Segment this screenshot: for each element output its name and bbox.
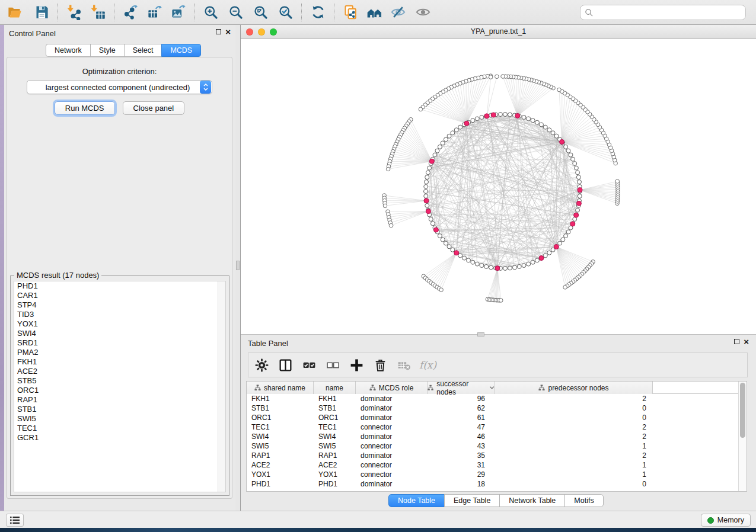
export-network-button[interactable] bbox=[120, 2, 141, 23]
table-row[interactable]: SWI4 SWI4 dominator 46 2 bbox=[247, 432, 738, 441]
mcds-result-item[interactable]: PHD1 bbox=[14, 281, 225, 291]
splitter-handle[interactable] bbox=[236, 261, 240, 270]
table-row[interactable]: STB1 STB1 dominator 62 0 bbox=[247, 403, 738, 413]
table-body: FKH1 FKH1 dominator 96 2 STB1 STB1 domin… bbox=[247, 394, 738, 491]
table-row[interactable]: RAP1 RAP1 dominator 35 2 bbox=[247, 451, 738, 460]
network-view-window[interactable]: YPA_prune.txt_1 bbox=[241, 25, 756, 334]
close-panel-button[interactable]: Close panel bbox=[123, 101, 185, 115]
fit-content-button[interactable] bbox=[250, 2, 271, 23]
cell-name: RAP1 bbox=[314, 451, 356, 460]
show-column-button[interactable] bbox=[278, 358, 293, 373]
float-panel-icon[interactable] bbox=[216, 29, 221, 34]
cell-shared-name: ORC1 bbox=[247, 413, 314, 422]
run-mcds-button[interactable]: Run MCDS bbox=[55, 101, 115, 115]
criterion-dropdown[interactable]: largest connected component (undirected) bbox=[27, 80, 212, 94]
mcds-result-item[interactable]: YOX1 bbox=[14, 319, 225, 329]
close-panel-icon[interactable]: × bbox=[225, 29, 231, 34]
mcds-result-item[interactable]: TEC1 bbox=[14, 424, 225, 433]
close-table-panel-icon[interactable]: × bbox=[744, 339, 749, 344]
mcds-result-item[interactable]: ORC1 bbox=[14, 386, 225, 395]
zoom-selected-button[interactable] bbox=[275, 2, 296, 23]
cell-mcds-role: connector bbox=[356, 460, 428, 470]
mcds-result-item[interactable]: CAR1 bbox=[14, 291, 225, 300]
mcds-result-item[interactable]: ACE2 bbox=[14, 367, 225, 376]
zoom-in-icon bbox=[203, 4, 219, 20]
tab-mcds[interactable]: MCDS bbox=[161, 44, 201, 57]
mcds-result-item[interactable]: FKH1 bbox=[14, 357, 225, 367]
add-row-button[interactable] bbox=[349, 358, 364, 373]
delete-table-button[interactable] bbox=[397, 358, 412, 373]
cell-successor-nodes: 43 bbox=[428, 441, 495, 451]
search-field[interactable] bbox=[580, 5, 746, 20]
table-row[interactable]: TEC1 TEC1 connector 47 2 bbox=[247, 422, 738, 432]
mcds-result-item[interactable]: GCR1 bbox=[14, 433, 225, 443]
import-network-button[interactable] bbox=[63, 2, 85, 23]
table-row[interactable]: ACE2 ACE2 connector 31 1 bbox=[247, 460, 738, 470]
tab-motifs[interactable]: Motifs bbox=[564, 494, 603, 507]
export-table-button[interactable] bbox=[143, 2, 165, 23]
main-toolbar bbox=[0, 0, 756, 25]
cell-shared-name: TEC1 bbox=[247, 422, 314, 432]
tab-network-table[interactable]: Network Table bbox=[499, 494, 565, 507]
table-scrollbar-thumb[interactable] bbox=[740, 383, 745, 438]
task-history-button[interactable] bbox=[6, 514, 24, 527]
cell-predecessor-nodes: 0 bbox=[495, 479, 653, 489]
mcds-result-item[interactable]: STB1 bbox=[14, 405, 225, 414]
list-scrollbar[interactable] bbox=[218, 281, 225, 492]
mcds-result-item[interactable]: TID3 bbox=[14, 310, 225, 319]
mcds-result-item[interactable]: SWI4 bbox=[14, 329, 225, 338]
tab-edge-table[interactable]: Edge Table bbox=[444, 494, 500, 507]
export-network-icon bbox=[123, 4, 139, 20]
table-options-button[interactable] bbox=[254, 358, 269, 373]
zoom-in-button[interactable] bbox=[200, 2, 221, 23]
mcds-result-item[interactable]: RAP1 bbox=[14, 395, 225, 405]
deselect-all-icon bbox=[326, 358, 340, 373]
table-row[interactable]: SWI5 SWI5 connector 43 1 bbox=[247, 441, 738, 451]
tab-node-table[interactable]: Node Table bbox=[388, 494, 445, 507]
tab-network[interactable]: Network bbox=[46, 44, 91, 57]
function-builder-button[interactable]: f(x) bbox=[420, 358, 435, 373]
vertical-splitter[interactable] bbox=[235, 25, 241, 511]
deselect-all-button[interactable] bbox=[326, 358, 340, 373]
table-scrollbar[interactable] bbox=[738, 382, 747, 491]
select-all-button[interactable] bbox=[302, 358, 317, 373]
first-neighbors-button[interactable] bbox=[363, 2, 385, 23]
table-row[interactable]: PHD1 PHD1 dominator 18 0 bbox=[247, 479, 738, 489]
mcds-result-items: PHD1 CAR1 STP4 TID3 YOX1 SWI4 SRD1 PMA2 bbox=[14, 281, 225, 443]
gear-icon bbox=[254, 358, 269, 373]
column-header-predecessor-nodes[interactable]: predecessor nodes bbox=[495, 382, 653, 394]
delete-row-button[interactable] bbox=[373, 358, 388, 373]
table-row[interactable]: YOX1 YOX1 connector 29 1 bbox=[247, 470, 738, 479]
table-row[interactable]: ORC1 ORC1 dominator 61 0 bbox=[247, 413, 738, 422]
memory-button[interactable]: Memory bbox=[701, 514, 751, 527]
table-tabs: Node Table Edge Table Network Table Moti… bbox=[388, 494, 604, 507]
toolbar-separator bbox=[114, 4, 114, 21]
mcds-result-item[interactable]: SRD1 bbox=[14, 338, 225, 348]
tab-style[interactable]: Style bbox=[90, 44, 125, 57]
show-all-button[interactable] bbox=[412, 2, 433, 23]
column-header-name[interactable]: name bbox=[314, 382, 356, 394]
column-header-mcds-role[interactable]: MCDS role bbox=[356, 382, 428, 394]
open-session-button[interactable] bbox=[4, 2, 25, 23]
cell-mcds-role: dominator bbox=[356, 413, 428, 422]
export-image-button[interactable] bbox=[167, 2, 189, 23]
hide-selected-button[interactable] bbox=[387, 2, 409, 23]
refresh-view-button[interactable] bbox=[307, 2, 328, 23]
mcds-result-item[interactable]: PMA2 bbox=[14, 348, 225, 357]
column-header-shared-name[interactable]: shared name bbox=[247, 382, 314, 394]
column-header-successor-nodes[interactable]: successor nodes bbox=[428, 382, 495, 394]
mcds-result-item[interactable]: STP4 bbox=[14, 300, 225, 310]
tab-select[interactable]: Select bbox=[124, 44, 162, 57]
new-network-from-selection-button[interactable] bbox=[340, 2, 361, 23]
mcds-result-list[interactable]: PHD1 CAR1 STP4 TID3 YOX1 SWI4 SRD1 PMA2 bbox=[14, 281, 226, 492]
network-graph-canvas[interactable] bbox=[241, 39, 756, 334]
zoom-out-button[interactable] bbox=[225, 2, 246, 23]
import-table-button[interactable] bbox=[87, 2, 109, 23]
mcds-result-item[interactable]: SWI5 bbox=[14, 414, 225, 424]
float-table-panel-icon[interactable] bbox=[734, 339, 739, 344]
mcds-result-item[interactable]: STB5 bbox=[14, 376, 225, 386]
table-row[interactable]: FKH1 FKH1 dominator 96 2 bbox=[247, 394, 738, 403]
mcds-result-title: MCDS result (17 nodes) bbox=[14, 271, 101, 280]
save-session-button[interactable] bbox=[31, 2, 52, 23]
search-input[interactable] bbox=[596, 8, 745, 17]
